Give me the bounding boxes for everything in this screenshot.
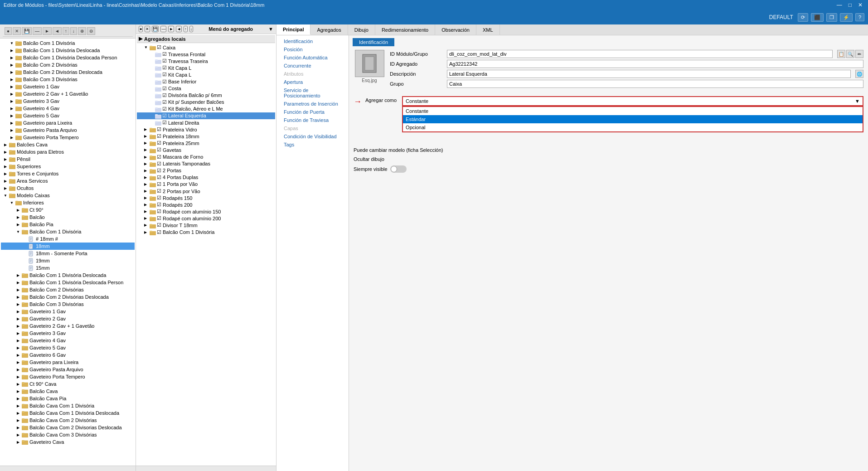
tree-item[interactable]: ▶Balcão Com 1 Divisória Deslocada — [1, 47, 135, 54]
tree-item[interactable]: ▶Torres e Conjuntos — [1, 170, 135, 177]
agg-expand-icon[interactable]: ▶ — [144, 141, 150, 145]
tree-item[interactable]: ▼Balcão Com 1 Divisória — [1, 228, 135, 235]
middle-toolbar-btn7[interactable]: ↑ — [184, 26, 188, 32]
tree-item[interactable]: ▶Balcão Cava Com 1 Divisória — [1, 402, 135, 409]
tree-item[interactable]: 19mm — [1, 257, 135, 264]
middle-panel-scrollbar[interactable] — [136, 466, 276, 471]
agg-checkbox[interactable]: ☑ — [162, 99, 167, 105]
tree-item[interactable]: ▶Ocultos — [1, 185, 135, 192]
agg-item[interactable]: ☑Lateral Esquerda — [137, 112, 275, 119]
tree-item[interactable]: ▶Gaveteiro 2 Gav + 1 Gavetão — [1, 90, 135, 97]
tree-expand-icon[interactable]: ▶ — [9, 91, 15, 97]
middle-toolbar-btn5[interactable]: ► — [168, 26, 174, 32]
dropdown-item-estandar[interactable]: Estándar — [403, 115, 863, 123]
agg-checkbox[interactable]: ☑ — [157, 222, 161, 228]
tree-expand-icon[interactable]: ▶ — [15, 374, 21, 379]
tree-expand-icon[interactable]: ▶ — [3, 178, 8, 184]
agg-item[interactable]: ▶☑Prateleira 25mm — [137, 140, 275, 146]
agg-item[interactable]: ☑Costa — [137, 85, 275, 92]
id-agregado-input[interactable] — [447, 60, 863, 68]
nav-item-parametros-de-inserción[interactable]: Parametros de Inserción — [276, 100, 349, 108]
tree-item[interactable]: ▶Balcão Com 3 Divisórias — [1, 301, 135, 308]
agg-checkbox[interactable]: ☑ — [157, 202, 161, 208]
tree-expand-icon[interactable]: ▶ — [15, 294, 21, 300]
tree-expand-icon[interactable]: ▶ — [15, 425, 21, 430]
agg-expand-icon[interactable]: ▶ — [144, 196, 150, 200]
agg-item[interactable]: ▶☑Gavetas — [137, 146, 275, 153]
agg-checkbox[interactable]: ☑ — [157, 209, 161, 214]
tree-expand-icon[interactable]: ▶ — [9, 84, 15, 89]
help-btn[interactable]: ? — [855, 13, 864, 21]
tree-expand-icon[interactable]: ▼ — [3, 193, 8, 198]
agg-expand-icon[interactable]: ▶ — [144, 134, 150, 138]
tree-item[interactable]: ▶Pênsil — [1, 155, 135, 163]
middle-toolbar-btn3[interactable]: 💾 — [152, 26, 159, 32]
agregar-dropdown-btn[interactable]: Constante ▼ — [402, 96, 863, 106]
agg-checkbox[interactable]: ☑ — [162, 58, 167, 64]
agg-item[interactable]: ☑Travessa Frontal — [137, 51, 275, 58]
tb-refresh[interactable]: ● — [5, 27, 12, 35]
nav-item-función-automática[interactable]: Función Automática — [276, 53, 349, 62]
agg-item[interactable]: ▶☑Balcão Com 1 Divisória — [137, 229, 275, 236]
agg-item[interactable]: ▶☑2 Portas por Vão — [137, 188, 275, 194]
tree-item[interactable]: ▶Gaveteiro Pasta Arquivo — [1, 126, 135, 134]
agg-checkbox[interactable]: ☑ — [157, 140, 161, 146]
agg-expand-icon[interactable]: ▶ — [144, 155, 150, 159]
tree-item[interactable]: 15mm — [1, 264, 135, 272]
tree-item[interactable]: ▶Balcão Pia — [1, 221, 135, 228]
tree-expand-icon[interactable]: ▶ — [3, 171, 8, 176]
agg-checkbox[interactable]: ☑ — [157, 181, 161, 187]
tree-expand-icon[interactable]: ▶ — [15, 439, 21, 445]
tree-item[interactable]: ▶Balcão Com 1 Divisória Deslocada — [1, 272, 135, 279]
agg-expand-icon[interactable]: ▶ — [144, 182, 150, 186]
agg-expand-icon[interactable]: ▶ — [144, 223, 150, 227]
tree-item[interactable]: ▶Balcão Com 2 Divisórias — [1, 286, 135, 293]
tree-expand-icon[interactable]: ▶ — [9, 48, 15, 53]
tree-expand-icon[interactable]: ▶ — [15, 359, 21, 365]
tree-item[interactable]: ▼Modelo Caixas — [1, 192, 135, 199]
agg-checkbox[interactable]: ☑ — [162, 86, 167, 92]
tree-expand-icon[interactable]: ▶ — [9, 127, 15, 133]
tree-expand-icon[interactable]: ▶ — [9, 69, 15, 75]
tree-expand-icon[interactable]: ▼ — [9, 200, 15, 205]
tree-item[interactable]: ▶Gaveteiro 5 Gav — [1, 344, 135, 351]
middle-toolbar-btn6[interactable]: ◄ — [176, 26, 182, 32]
agg-expand-icon[interactable]: ▶ — [144, 189, 150, 193]
agg-item[interactable]: ☑Base Inferior — [137, 78, 275, 85]
tree-expand-icon[interactable]: ▶ — [3, 164, 8, 169]
tb-save[interactable]: 💾 — [22, 27, 32, 35]
tree-expand-icon[interactable]: ▶ — [15, 403, 21, 408]
agg-checkbox[interactable]: ☑ — [157, 133, 161, 139]
toolbar-btn-2[interactable]: ❐ — [826, 13, 837, 22]
dropdown-item-constante[interactable]: Constante — [403, 107, 863, 115]
tree-item[interactable]: ▶Balcão Com 2 Divisórias Deslocada — [1, 293, 135, 301]
nav-item-concurrente[interactable]: Concurrente — [276, 62, 349, 70]
agg-checkbox[interactable]: ☑ — [157, 175, 161, 180]
agg-checkbox[interactable]: ☑ — [157, 44, 161, 50]
nav-item-función-de-traviesa[interactable]: Función de Traviesa — [276, 116, 349, 124]
tab-observacion[interactable]: Observación — [435, 24, 476, 35]
tab-dibujo[interactable]: Dibujo — [348, 24, 375, 35]
tree-expand-icon[interactable]: ▶ — [9, 77, 15, 82]
tb-play[interactable]: ► — [43, 27, 52, 35]
tree-expand-icon[interactable]: ▶ — [15, 352, 21, 358]
tree-item[interactable]: ▶Balcão Cava Com 2 Divisorias Deslocada — [1, 424, 135, 431]
tree-item[interactable]: ▶Gaveteiro 3 Gav — [1, 330, 135, 337]
agg-item[interactable]: ▶☑Rodapés 150 — [137, 194, 275, 201]
tree-expand-icon[interactable]: ▶ — [15, 309, 21, 314]
agg-expand-icon[interactable]: ▶ — [144, 216, 150, 220]
tree-expand-icon[interactable]: ▶ — [3, 185, 8, 191]
id-modulo-btn3[interactable]: ✏ — [855, 50, 863, 58]
tree-expand-icon[interactable]: ▶ — [15, 287, 21, 292]
middle-toolbar-btn1[interactable]: ● — [139, 26, 143, 32]
nav-item-apertura[interactable]: Apertura — [276, 78, 349, 86]
descripcion-input[interactable] — [447, 70, 851, 78]
tab-agregados[interactable]: Agregados — [310, 24, 348, 35]
tree-item[interactable]: ▶Módulos para Eletros — [1, 148, 135, 155]
nav-item-función-de-puerta[interactable]: Función de Puerta — [276, 108, 349, 116]
tree-item[interactable]: ▶Balcão Cava Com 2 Divisórias — [1, 417, 135, 424]
agg-item[interactable]: ☑Lateral Direita — [137, 119, 275, 126]
agg-item[interactable]: ▶☑Divisor T 18mm — [137, 222, 275, 228]
agg-checkbox[interactable]: ☑ — [157, 126, 161, 132]
tree-item[interactable]: 18mm - Somente Porta — [1, 250, 135, 257]
